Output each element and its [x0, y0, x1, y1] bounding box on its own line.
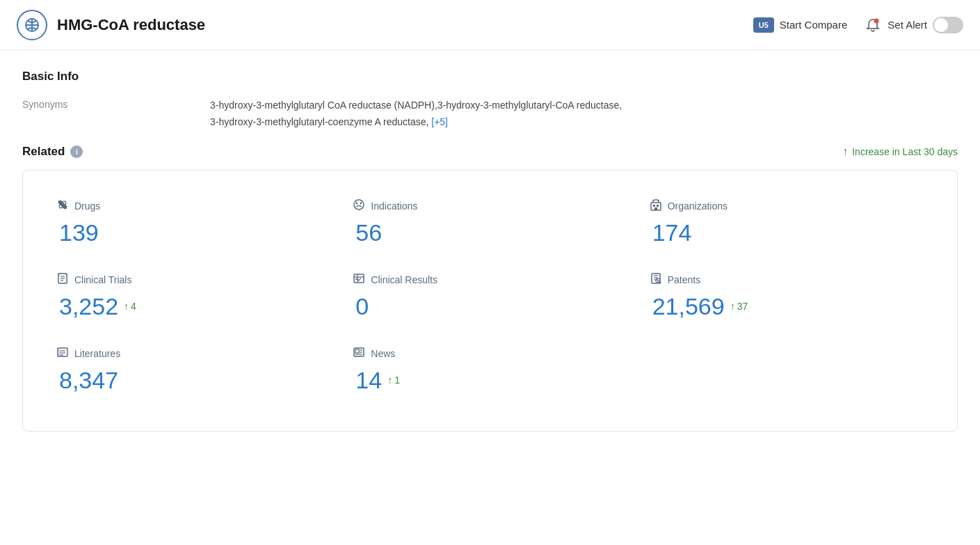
clinical-results-icon	[353, 272, 365, 287]
svg-point-9	[360, 202, 362, 204]
related-title: Related	[22, 145, 65, 159]
stat-literatures[interactable]: Literatures 8,347	[45, 338, 342, 411]
stat-empty	[638, 338, 935, 411]
patents-value: 21,569	[652, 294, 725, 318]
basic-info-title: Basic Info	[22, 70, 958, 84]
svg-point-7	[354, 200, 364, 210]
stat-clinical-trials[interactable]: Clinical Trials 3,252 ↑ 4	[45, 264, 342, 338]
patents-label: Patents	[668, 274, 700, 285]
news-label: News	[371, 348, 395, 359]
stat-patents[interactable]: Patents 21,569 ↑ 37	[638, 264, 935, 338]
content-area: Basic Info Synonyms 3-hydroxy-3-methylgl…	[0, 50, 980, 451]
svg-rect-20	[354, 274, 364, 283]
stats-grid: Drugs 139	[45, 190, 935, 411]
news-icon	[353, 346, 365, 361]
drugs-label: Drugs	[74, 200, 100, 212]
related-section: Related i ↑ Increase in Last 30 days	[22, 145, 958, 432]
page-title: HMG-CoA reductase	[57, 16, 753, 34]
compare-label: Start Compare	[780, 19, 848, 31]
app-logo	[17, 10, 47, 40]
alert-label: Set Alert	[887, 19, 927, 31]
clinical-results-label: Clinical Results	[371, 274, 437, 285]
clinical-trials-icon	[56, 272, 69, 287]
svg-rect-34	[355, 349, 359, 353]
clinical-trials-increase: ↑ 4	[124, 301, 136, 312]
synonyms-row: Synonyms 3-hydroxy-3-methylglutaryl CoA …	[22, 97, 958, 131]
synonyms-more-link[interactable]: [+5]	[431, 116, 448, 127]
news-arrow-icon: ↑	[387, 374, 392, 386]
literatures-label: Literatures	[74, 348, 120, 359]
organizations-label: Organizations	[668, 200, 728, 212]
patents-icon	[650, 272, 662, 287]
svg-rect-14	[657, 205, 659, 207]
related-header: Related i ↑ Increase in Last 30 days	[22, 145, 958, 159]
literatures-icon	[56, 346, 69, 361]
increase-arrow-icon: ↑	[842, 146, 848, 157]
patents-increase: ↑ 37	[730, 301, 748, 312]
clinical-trials-value: 3,252	[59, 294, 118, 318]
related-info-icon[interactable]: i	[70, 145, 83, 158]
alert-toggle[interactable]	[933, 17, 963, 33]
svg-point-11	[362, 200, 363, 202]
stat-news[interactable]: News 14 ↑ 1	[342, 338, 638, 411]
clinical-results-value: 0	[355, 294, 369, 318]
clinical-trials-arrow-icon: ↑	[124, 301, 129, 312]
svg-rect-32	[58, 348, 60, 356]
set-alert-button[interactable]: Set Alert	[864, 17, 963, 33]
synonyms-value: 3-hydroxy-3-methylglutaryl CoA reductase…	[210, 97, 622, 131]
patents-arrow-icon: ↑	[730, 301, 735, 312]
stat-drugs[interactable]: Drugs 139	[45, 190, 342, 264]
header: HMG-CoA reductase U5 Start Compare Set A…	[0, 0, 980, 50]
indications-icon	[353, 198, 365, 214]
stat-organizations[interactable]: Organizations 174	[638, 190, 935, 264]
svg-point-8	[356, 202, 358, 204]
compare-icon: U5	[753, 17, 774, 33]
stat-indications[interactable]: Indications 56	[342, 190, 638, 264]
header-actions: U5 Start Compare Set Alert	[753, 17, 963, 33]
organizations-value: 174	[652, 221, 692, 244]
logo-icon	[24, 17, 40, 33]
drugs-icon	[56, 198, 69, 214]
indications-label: Indications	[371, 200, 417, 212]
svg-rect-15	[654, 207, 657, 210]
organizations-icon	[650, 198, 662, 214]
basic-info-section: Basic Info Synonyms 3-hydroxy-3-methylgl…	[22, 70, 958, 131]
svg-rect-13	[653, 205, 655, 207]
related-title-group: Related i	[22, 145, 83, 159]
svg-point-10	[356, 200, 358, 202]
alert-icon	[864, 17, 882, 33]
indications-value: 56	[355, 221, 382, 244]
stats-box: Drugs 139	[22, 170, 958, 432]
svg-rect-4	[58, 200, 67, 210]
clinical-trials-label: Clinical Trials	[74, 274, 131, 285]
increase-label: ↑ Increase in Last 30 days	[842, 146, 958, 157]
svg-point-3	[874, 18, 879, 23]
news-increase: ↑ 1	[387, 374, 400, 386]
synonyms-label: Synonyms	[22, 97, 210, 110]
news-value: 14	[355, 368, 382, 392]
literatures-value: 8,347	[59, 368, 118, 392]
stat-clinical-results[interactable]: Clinical Results 0	[342, 264, 638, 338]
drugs-value: 139	[59, 221, 99, 244]
start-compare-button[interactable]: U5 Start Compare	[753, 17, 848, 33]
